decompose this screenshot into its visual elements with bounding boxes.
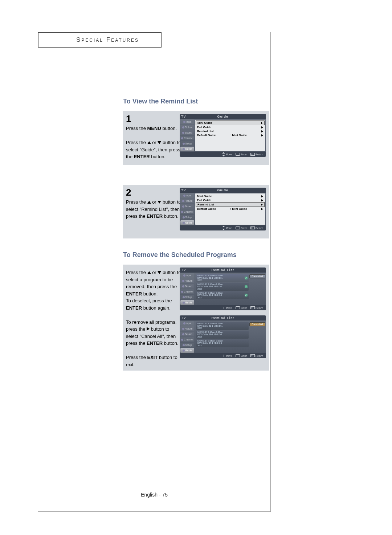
return-icon bbox=[250, 306, 255, 309]
tv-titlebar: TV Guide bbox=[180, 114, 266, 119]
return-icon bbox=[250, 153, 255, 156]
sidebar-icon bbox=[182, 200, 184, 202]
up-icon bbox=[147, 141, 151, 144]
page-frame: Special Features To View the Remind List… bbox=[38, 32, 271, 512]
tv-sidebar-item-input: Input bbox=[180, 193, 194, 198]
tv-footer: Move Enter Return bbox=[180, 225, 266, 230]
down-icon bbox=[158, 201, 161, 204]
step-1-text: Press the MENU button. Press the or butt… bbox=[126, 125, 182, 160]
right-arrow-icon bbox=[261, 126, 263, 128]
tv-sidebar-item-input: Input bbox=[180, 321, 194, 326]
tv-body: InputPictureSoundChannelSetupGuide Mini … bbox=[180, 119, 266, 152]
remind-panel: MON 1.17 1:56am-2:03amDTV Cable 81-1 MBC… bbox=[196, 321, 265, 352]
sidebar-icon bbox=[183, 148, 185, 150]
tv-sidebar-item-channel: Channel bbox=[180, 337, 194, 342]
tv-title-center: Remind List bbox=[211, 316, 234, 320]
tv-sidebar-item-guide: Guide bbox=[180, 300, 194, 305]
footer-move: Move bbox=[222, 355, 232, 357]
updown-icon bbox=[222, 226, 225, 229]
step-1-block: 1 Press the MENU button. Press the or bu… bbox=[123, 111, 269, 165]
tv-footer: Move Enter Return bbox=[180, 305, 266, 310]
tv-sidebar-item-setup: Setup bbox=[180, 295, 194, 299]
tv-footer: Move Enter Return bbox=[180, 353, 266, 358]
footer-move: Move bbox=[222, 307, 232, 309]
sidebar-icon bbox=[183, 195, 185, 197]
sidebar-icon bbox=[183, 143, 185, 145]
cancel-all-button[interactable]: Cancel All bbox=[249, 322, 265, 326]
enter-icon bbox=[236, 306, 240, 309]
sidebar-icon bbox=[183, 121, 185, 123]
tv-title-center: Guide bbox=[217, 188, 228, 192]
remind-row: MON 1.17 1:56am-2:03amDTV Cable 81-1 MBC… bbox=[196, 322, 249, 330]
tv-sidebar-item-channel: Channel bbox=[180, 136, 194, 140]
footer-return: Return bbox=[250, 226, 263, 229]
check-icon: ✓ bbox=[245, 277, 248, 279]
tv-sidebar: InputPictureSoundChannelSetupGuide bbox=[180, 273, 195, 305]
right-arrow-icon bbox=[261, 204, 263, 206]
tv-sidebar-item-picture: Picture bbox=[180, 278, 194, 283]
footer-enter: Enter bbox=[236, 226, 247, 229]
guide-row: Full Guide bbox=[196, 198, 265, 202]
enter-icon bbox=[236, 153, 240, 156]
sidebar-icon bbox=[183, 274, 185, 277]
right-arrow-icon bbox=[261, 134, 263, 136]
tv-sidebar-item-input: Input bbox=[180, 119, 194, 124]
step-3-text: Press the or button to select a program … bbox=[126, 269, 182, 368]
tv-sidebar-item-sound: Sound bbox=[180, 284, 194, 289]
remind-row: MON 1.17 3:15am-3:28amDTV Cable 82-1 KBS… bbox=[196, 283, 249, 291]
tv-sidebar-item-guide: Guide bbox=[180, 147, 194, 151]
sidebar-icon bbox=[183, 322, 185, 324]
tv-sidebar-item-picture: Picture bbox=[180, 326, 194, 331]
tv-sidebar-item-setup: Setup bbox=[180, 343, 194, 347]
right-icon bbox=[147, 327, 150, 331]
tv-sidebar-item-guide: Guide bbox=[180, 348, 194, 353]
sidebar-icon bbox=[182, 285, 184, 287]
tv-sidebar: InputPictureSoundChannelSetupGuide bbox=[180, 193, 195, 225]
tv-title-left: TV bbox=[181, 268, 186, 272]
guide-row: Remind List bbox=[196, 129, 265, 133]
guide-row: Mini Guide bbox=[196, 121, 265, 125]
right-arrow-icon bbox=[261, 199, 263, 201]
tv-screenshot-remind-1: TV Remind List InputPictureSoundChannelS… bbox=[180, 268, 266, 310]
tv-titlebar: TV Remind List bbox=[180, 315, 266, 320]
tv-title-left: TV bbox=[181, 316, 186, 320]
tv-sidebar-item-sound: Sound bbox=[180, 332, 194, 336]
sidebar-icon bbox=[182, 132, 184, 134]
footer-enter: Enter bbox=[236, 153, 247, 156]
tv-sidebar-item-picture: Picture bbox=[180, 199, 194, 203]
right-arrow-icon bbox=[261, 208, 263, 210]
tv-sidebar-item-sound: Sound bbox=[180, 204, 194, 209]
tv-body: InputPictureSoundChannelSetupGuide MON 1… bbox=[180, 320, 266, 353]
step-2-block: 2 Press the or button to select "Remind … bbox=[123, 185, 269, 238]
sidebar-icon bbox=[182, 205, 184, 208]
heading-view-remind: To View the Remind List bbox=[123, 98, 268, 105]
remind-row: MON 1.17 1:56am-2:03amDTV Cable 81-1 MBC… bbox=[196, 274, 249, 282]
footer-move: Move bbox=[222, 153, 232, 156]
heading-remove-scheduled: To Remove the Scheduled Programs bbox=[123, 251, 268, 259]
section-header-box: Special Features bbox=[38, 32, 162, 48]
up-icon bbox=[147, 271, 151, 274]
tv-title-left: TV bbox=[181, 115, 186, 118]
sidebar-icon bbox=[181, 137, 183, 139]
cancel-all-button[interactable]: Cancel All bbox=[249, 274, 265, 278]
step-3-block: Press the or button to select a program … bbox=[123, 265, 269, 371]
sidebar-icon bbox=[183, 350, 185, 352]
tv-titlebar: TV Remind List bbox=[180, 268, 266, 273]
tv-title-left: TV bbox=[181, 188, 186, 192]
page-number: English - 75 bbox=[38, 492, 270, 498]
cancel-all-col: Cancel All bbox=[249, 273, 265, 305]
footer-enter: Enter bbox=[236, 306, 247, 309]
tv-sidebar: InputPictureSoundChannelSetupGuide bbox=[180, 320, 195, 353]
move-icon bbox=[222, 307, 225, 309]
down-icon bbox=[158, 271, 161, 274]
guide-row: Remind List bbox=[196, 202, 265, 207]
remind-row: MON 1.17 3:28am-3:29amDTV Cable 84-1 KBS… bbox=[196, 291, 249, 299]
right-arrow-icon bbox=[261, 122, 263, 124]
sidebar-icon bbox=[181, 211, 183, 213]
check-icon: ✓ bbox=[245, 285, 248, 288]
enter-icon bbox=[236, 354, 240, 357]
tv-sidebar-item-input: Input bbox=[180, 273, 194, 278]
guide-row: Default Guide: Mini Guide bbox=[196, 133, 265, 137]
check-icon: ✓ bbox=[245, 294, 248, 297]
tv-screenshot-2: TV Guide InputPictureSoundChannelSetupGu… bbox=[180, 188, 266, 230]
